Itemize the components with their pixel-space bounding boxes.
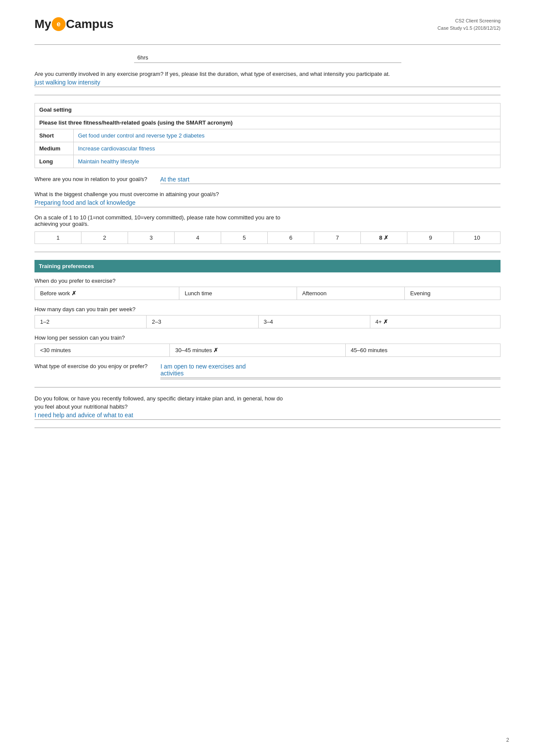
commitment-question-2: achieving your goal/s. [34, 221, 501, 227]
scale-cell-10[interactable]: 10 [454, 232, 501, 244]
duration-question: How long per session can you train? [34, 334, 501, 341]
challenge-section: What is the biggest challenge you must o… [34, 191, 501, 207]
goal-medium-value[interactable]: Increase cardiovascular fitness [74, 142, 501, 155]
page-number: 2 [506, 737, 509, 743]
commitment-section: On a scale of 1 to 10 (1=not committed, … [34, 214, 501, 227]
sleep-hrs-section: 6hrs [34, 53, 501, 63]
days-option[interactable]: 1–2 [35, 316, 147, 328]
logo-post: Campus [66, 17, 113, 31]
exercise-type-answer-line1[interactable]: I am open to new exercises and [160, 363, 501, 370]
days-option[interactable]: 4+ ✗ [370, 316, 500, 328]
dietary-section: Do you follow, or have you recently foll… [34, 395, 501, 420]
exercise-time-option[interactable]: Lunch time [179, 287, 297, 300]
challenge-answer[interactable]: Preparing food and lack of knowledge [34, 199, 501, 207]
logo: MyeCampus [34, 17, 113, 31]
exercise-time-table: Before work ✗Lunch timeAfternoonEvening [34, 287, 501, 300]
days-table: 1–22–33–44+ ✗ [34, 315, 501, 328]
scale-cell-1[interactable]: 1 [35, 232, 81, 244]
goal-long-value[interactable]: Maintain healthy lifestyle [74, 155, 501, 168]
exercise-time-option[interactable]: Afternoon [297, 287, 405, 300]
doc-info-line1: CS2 Client Screening [438, 17, 501, 25]
divider-1 [34, 95, 501, 95]
duration-option[interactable]: <30 minutes [35, 344, 170, 357]
scale-cell-7[interactable]: 7 [314, 232, 361, 244]
goal-relation-answer[interactable]: At the start [160, 176, 501, 184]
exercise-time-option[interactable]: Evening [405, 287, 501, 300]
goal-setting-table: Goal setting Please list three fitness/h… [34, 103, 501, 168]
commitment-scale: 12345678 ✗910 [34, 231, 501, 244]
exercise-time-question: When do you prefer to exercise? [34, 278, 501, 284]
days-option[interactable]: 3–4 [258, 316, 370, 328]
training-header: Training preferences [34, 260, 501, 272]
divider-2 [34, 252, 501, 252]
scale-cell-3[interactable]: 3 [128, 232, 175, 244]
exercise-time-option[interactable]: Before work ✗ [35, 287, 179, 300]
exercise-answer[interactable]: just walking low intensity [34, 79, 501, 87]
sleep-hrs-value[interactable]: 6hrs [134, 53, 401, 63]
dietary-question-2: you feel about your nutritional habits? [34, 403, 501, 410]
goal-setting-intro: Please list three fitness/health-related… [35, 116, 501, 129]
exercise-type-answer-wrap: I am open to new exercises and activitie… [160, 363, 501, 379]
scale-cell-8[interactable]: 8 ✗ [361, 232, 407, 244]
exercise-type-row: What type of exercise do you enjoy or pr… [34, 363, 501, 379]
scale-cell-6[interactable]: 6 [268, 232, 314, 244]
duration-option[interactable]: 30–45 minutes ✗ [170, 344, 345, 357]
challenge-question: What is the biggest challenge you must o… [34, 191, 501, 197]
exercise-section: Are you currently involved in any exerci… [34, 71, 501, 87]
exercise-type-answer-line2[interactable]: activities [160, 370, 501, 377]
goal-setting-header: Goal setting [35, 103, 501, 116]
scale-cell-2[interactable]: 2 [81, 232, 128, 244]
scale-cell-9[interactable]: 9 [407, 232, 454, 244]
scale-cell-5[interactable]: 5 [221, 232, 268, 244]
goal-long-label: Long [35, 155, 74, 168]
divider-3 [34, 387, 501, 387]
goal-short-label: Short [35, 129, 74, 142]
goal-medium-label: Medium [35, 142, 74, 155]
goal-relation-question: Where are you now in relation to your go… [34, 176, 147, 182]
duration-table: <30 minutes30–45 minutes ✗45–60 minutes [34, 344, 501, 357]
page-header: MyeCampus CS2 Client Screening Case Stud… [34, 17, 501, 31]
logo-circle: e [52, 17, 66, 31]
duration-option[interactable]: 45–60 minutes [345, 344, 500, 357]
doc-info-line2: Case Study v1.5 (2018/12/12) [438, 25, 501, 32]
exercise-type-question: What type of exercise do you enjoy or pr… [34, 363, 147, 369]
divider-4 [34, 428, 501, 428]
logo-pre: My [34, 17, 51, 31]
days-option[interactable]: 2–3 [147, 316, 258, 328]
exercise-question: Are you currently involved in any exerci… [34, 71, 501, 77]
goal-relation-row: Where are you now in relation to your go… [34, 176, 501, 184]
scale-cell-4[interactable]: 4 [175, 232, 221, 244]
days-question: How many days can you train per week? [34, 306, 501, 312]
dietary-question-1: Do you follow, or have you recently foll… [34, 395, 501, 402]
commitment-question-1: On a scale of 1 to 10 (1=not committed, … [34, 214, 501, 221]
top-divider [34, 44, 501, 45]
goal-short-value[interactable]: Get food under control and reverse type … [74, 129, 501, 142]
dietary-answer[interactable]: I need help and advice of what to eat [34, 412, 501, 420]
document-info: CS2 Client Screening Case Study v1.5 (20… [438, 17, 501, 31]
